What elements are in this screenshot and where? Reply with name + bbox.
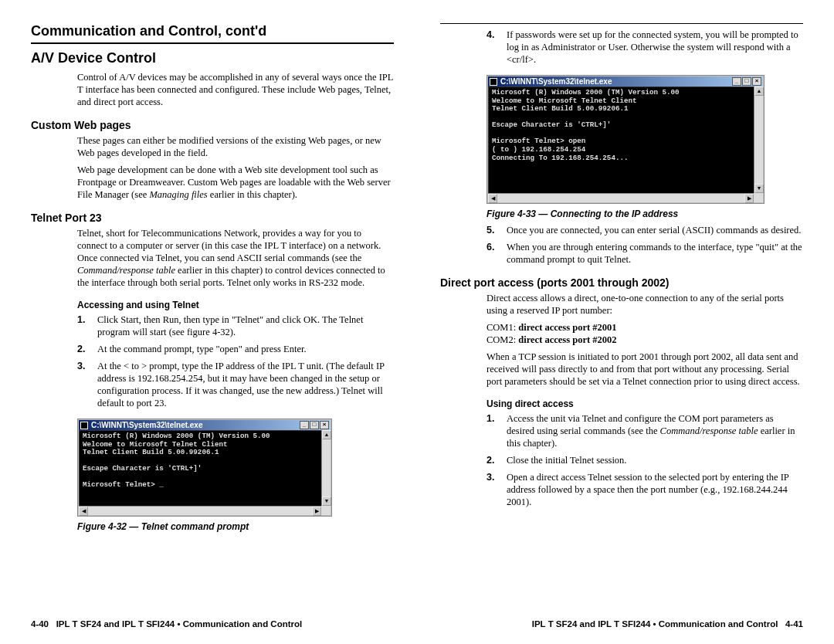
cmd-icon [490,78,497,86]
telnet-title-text: C:\WINNT\System32\telnet.exe [91,421,203,429]
fig-4-33-caption: Figure 4-33 — Connecting to the IP addre… [486,208,803,219]
page-number-left: 4-40 [31,619,49,629]
minimize-icon: _ [732,77,741,86]
direct-step-2: 2.Close the initial Telnet session. [486,454,803,466]
telnet-steps: 1.Click Start, then Run, then type in "T… [77,314,394,414]
scrollbar-horizontal: ◀▶ [488,193,754,202]
telnet-steps-cont: 4.If passwords were set up for the conne… [486,29,803,70]
telnet-title-text-2: C:\WINNT\System32\telnet.exe [500,77,612,86]
right-column: 4.If passwords were set up for the conne… [440,23,803,537]
footer-right: IPL T SF24 and IPL T SFI244 • Communicat… [532,619,803,629]
fig-4-32-caption: Figure 4-32 — Telnet command prompt [77,521,394,532]
com1-line: COM1: direct access port #2001 [486,321,803,334]
close-icon: × [752,77,761,86]
telnet-step-5: 5.Once you are connected, you can enter … [486,224,803,236]
direct-step-3: 3.Open a direct access Telnet session to… [486,471,803,508]
telnet-step-3: 3.At the < to > prompt, type the IP addr… [77,360,394,409]
close-icon: × [320,421,329,429]
telnet-titlebar: C:\WINNT\System32\telnet.exe _ □ × [79,420,331,430]
telnet-body-2: Microsoft (R) Windows 2000 (TM) Version … [488,86,763,202]
direct-port-heading: Direct port access (ports 2001 through 2… [440,276,803,289]
direct-steps: 1.Access the unit via Telnet and configu… [486,412,803,513]
maximize-icon: □ [310,421,319,429]
custom-web-p1: These pages can either be modified versi… [77,134,394,159]
maximize-icon: □ [742,77,751,86]
telnet-heading: Telnet Port 23 [31,212,394,224]
direct-step-1: 1.Access the unit via Telnet and configu… [486,412,803,449]
minimize-icon: _ [300,421,309,429]
page-footer: 4-40 IPL T SF24 and IPL T SFI244 • Commu… [31,619,803,629]
using-direct-heading: Using direct access [486,398,803,409]
page-number-right: 4-41 [785,619,803,629]
direct-p2: When a TCP session is initiated to port … [486,351,803,388]
custom-web-heading: Custom Web pages [31,119,394,131]
left-column: Communication and Control, cont'd A/V De… [31,23,394,537]
com2-line: COM2: direct access port #2002 [486,334,803,346]
footer-left-text: IPL T SF24 and IPL T SFI244 • Communicat… [56,619,303,629]
telnet-body: Microsoft (R) Windows 2000 (TM) Version … [79,430,331,515]
footer-right-text: IPL T SF24 and IPL T SFI244 • Communicat… [532,619,778,629]
direct-p1: Direct access allows a direct, one-to-on… [486,292,803,317]
telnet-step-4: 4.If passwords were set up for the conne… [486,29,803,66]
cmd-icon [80,422,88,429]
telnet-titlebar-2: C:\WINNT\System32\telnet.exe _ □ × [488,76,763,86]
scrollbar-vertical: ▲▼ [321,430,331,506]
telnet-step-2: 2.At the command prompt, type "open" and… [77,343,394,355]
telnet-p1: Telnet, short for Telecommunications Net… [77,227,394,289]
scrollbar-horizontal: ◀▶ [79,506,321,515]
chapter-title: Communication and Control, cont'd [31,23,394,44]
telnet-window-fig-4-32: C:\WINNT\System32\telnet.exe _ □ × Micro… [77,419,332,517]
av-intro: Control of A/V devices may be accomplish… [77,71,394,108]
telnet-step-6: 6.When you are through entering commands… [486,241,803,266]
telnet-window-fig-4-33: C:\WINNT\System32\telnet.exe _ □ × Micro… [486,75,764,204]
footer-left: 4-40 IPL T SF24 and IPL T SFI244 • Commu… [31,619,302,629]
custom-web-p2: Web page development can be done with a … [77,164,394,201]
telnet-steps-cont2: 5.Once you are connected, you can enter … [486,224,803,270]
accessing-telnet-heading: Accessing and using Telnet [77,300,394,310]
scrollbar-vertical: ▲▼ [754,86,763,193]
telnet-step-1: 1.Click Start, then Run, then type in "T… [77,314,394,338]
av-device-control-heading: A/V Device Control [31,50,394,66]
